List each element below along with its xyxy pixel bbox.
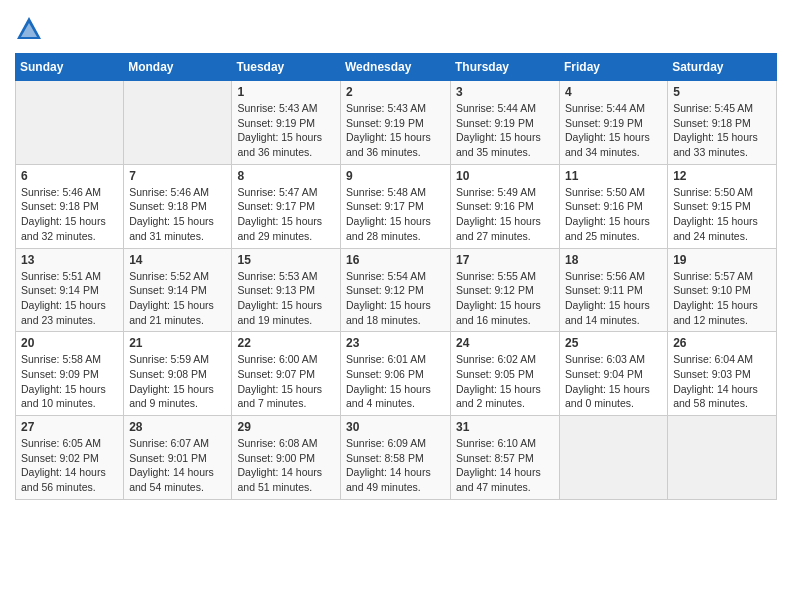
day-detail: Sunrise: 5:50 AMSunset: 9:16 PMDaylight:… [565, 185, 662, 244]
day-detail: Sunrise: 6:04 AMSunset: 9:03 PMDaylight:… [673, 352, 771, 411]
day-number: 17 [456, 253, 554, 267]
day-detail: Sunrise: 6:10 AMSunset: 8:57 PMDaylight:… [456, 436, 554, 495]
day-detail: Sunrise: 5:44 AMSunset: 9:19 PMDaylight:… [565, 101, 662, 160]
day-number: 14 [129, 253, 226, 267]
calendar-cell: 13Sunrise: 5:51 AMSunset: 9:14 PMDayligh… [16, 248, 124, 332]
day-number: 23 [346, 336, 445, 350]
logo-icon [15, 15, 43, 43]
day-detail: Sunrise: 5:58 AMSunset: 9:09 PMDaylight:… [21, 352, 118, 411]
calendar-cell: 12Sunrise: 5:50 AMSunset: 9:15 PMDayligh… [668, 164, 777, 248]
calendar-cell: 27Sunrise: 6:05 AMSunset: 9:02 PMDayligh… [16, 416, 124, 500]
day-number: 13 [21, 253, 118, 267]
calendar-cell: 14Sunrise: 5:52 AMSunset: 9:14 PMDayligh… [124, 248, 232, 332]
day-number: 19 [673, 253, 771, 267]
day-number: 11 [565, 169, 662, 183]
calendar-cell: 29Sunrise: 6:08 AMSunset: 9:00 PMDayligh… [232, 416, 341, 500]
calendar-table: SundayMondayTuesdayWednesdayThursdayFrid… [15, 53, 777, 500]
calendar-cell: 3Sunrise: 5:44 AMSunset: 9:19 PMDaylight… [451, 81, 560, 165]
day-detail: Sunrise: 6:05 AMSunset: 9:02 PMDaylight:… [21, 436, 118, 495]
day-number: 20 [21, 336, 118, 350]
day-number: 21 [129, 336, 226, 350]
calendar-cell: 4Sunrise: 5:44 AMSunset: 9:19 PMDaylight… [560, 81, 668, 165]
day-number: 4 [565, 85, 662, 99]
day-number: 6 [21, 169, 118, 183]
day-number: 3 [456, 85, 554, 99]
calendar-header: SundayMondayTuesdayWednesdayThursdayFrid… [16, 54, 777, 81]
day-number: 7 [129, 169, 226, 183]
day-number: 24 [456, 336, 554, 350]
day-detail: Sunrise: 6:02 AMSunset: 9:05 PMDaylight:… [456, 352, 554, 411]
day-number: 8 [237, 169, 335, 183]
calendar-cell: 11Sunrise: 5:50 AMSunset: 9:16 PMDayligh… [560, 164, 668, 248]
calendar-cell: 28Sunrise: 6:07 AMSunset: 9:01 PMDayligh… [124, 416, 232, 500]
calendar-cell: 6Sunrise: 5:46 AMSunset: 9:18 PMDaylight… [16, 164, 124, 248]
day-detail: Sunrise: 5:53 AMSunset: 9:13 PMDaylight:… [237, 269, 335, 328]
calendar-cell: 26Sunrise: 6:04 AMSunset: 9:03 PMDayligh… [668, 332, 777, 416]
day-detail: Sunrise: 5:52 AMSunset: 9:14 PMDaylight:… [129, 269, 226, 328]
day-detail: Sunrise: 5:46 AMSunset: 9:18 PMDaylight:… [129, 185, 226, 244]
day-detail: Sunrise: 5:43 AMSunset: 9:19 PMDaylight:… [237, 101, 335, 160]
calendar-cell: 1Sunrise: 5:43 AMSunset: 9:19 PMDaylight… [232, 81, 341, 165]
calendar-cell: 16Sunrise: 5:54 AMSunset: 9:12 PMDayligh… [341, 248, 451, 332]
logo [15, 15, 47, 43]
weekday-header-friday: Friday [560, 54, 668, 81]
weekday-header-sunday: Sunday [16, 54, 124, 81]
day-number: 10 [456, 169, 554, 183]
day-number: 29 [237, 420, 335, 434]
day-number: 1 [237, 85, 335, 99]
day-number: 22 [237, 336, 335, 350]
calendar-body: 1Sunrise: 5:43 AMSunset: 9:19 PMDaylight… [16, 81, 777, 500]
day-detail: Sunrise: 5:49 AMSunset: 9:16 PMDaylight:… [456, 185, 554, 244]
calendar-cell: 18Sunrise: 5:56 AMSunset: 9:11 PMDayligh… [560, 248, 668, 332]
calendar-cell [124, 81, 232, 165]
calendar-cell: 22Sunrise: 6:00 AMSunset: 9:07 PMDayligh… [232, 332, 341, 416]
calendar-cell: 24Sunrise: 6:02 AMSunset: 9:05 PMDayligh… [451, 332, 560, 416]
calendar-week-5: 27Sunrise: 6:05 AMSunset: 9:02 PMDayligh… [16, 416, 777, 500]
day-detail: Sunrise: 5:56 AMSunset: 9:11 PMDaylight:… [565, 269, 662, 328]
calendar-cell: 23Sunrise: 6:01 AMSunset: 9:06 PMDayligh… [341, 332, 451, 416]
day-detail: Sunrise: 5:45 AMSunset: 9:18 PMDaylight:… [673, 101, 771, 160]
day-detail: Sunrise: 5:55 AMSunset: 9:12 PMDaylight:… [456, 269, 554, 328]
day-number: 30 [346, 420, 445, 434]
weekday-header-monday: Monday [124, 54, 232, 81]
calendar-cell: 5Sunrise: 5:45 AMSunset: 9:18 PMDaylight… [668, 81, 777, 165]
calendar-cell: 8Sunrise: 5:47 AMSunset: 9:17 PMDaylight… [232, 164, 341, 248]
day-detail: Sunrise: 6:09 AMSunset: 8:58 PMDaylight:… [346, 436, 445, 495]
day-number: 31 [456, 420, 554, 434]
day-detail: Sunrise: 5:47 AMSunset: 9:17 PMDaylight:… [237, 185, 335, 244]
calendar-cell [668, 416, 777, 500]
calendar-cell: 17Sunrise: 5:55 AMSunset: 9:12 PMDayligh… [451, 248, 560, 332]
day-number: 25 [565, 336, 662, 350]
day-number: 2 [346, 85, 445, 99]
day-detail: Sunrise: 5:51 AMSunset: 9:14 PMDaylight:… [21, 269, 118, 328]
day-detail: Sunrise: 6:03 AMSunset: 9:04 PMDaylight:… [565, 352, 662, 411]
calendar-cell: 21Sunrise: 5:59 AMSunset: 9:08 PMDayligh… [124, 332, 232, 416]
calendar-cell: 9Sunrise: 5:48 AMSunset: 9:17 PMDaylight… [341, 164, 451, 248]
day-number: 12 [673, 169, 771, 183]
calendar-cell: 31Sunrise: 6:10 AMSunset: 8:57 PMDayligh… [451, 416, 560, 500]
calendar-week-1: 1Sunrise: 5:43 AMSunset: 9:19 PMDaylight… [16, 81, 777, 165]
day-number: 9 [346, 169, 445, 183]
day-number: 26 [673, 336, 771, 350]
day-number: 16 [346, 253, 445, 267]
day-detail: Sunrise: 6:08 AMSunset: 9:00 PMDaylight:… [237, 436, 335, 495]
calendar-cell [560, 416, 668, 500]
day-number: 27 [21, 420, 118, 434]
calendar-cell: 30Sunrise: 6:09 AMSunset: 8:58 PMDayligh… [341, 416, 451, 500]
calendar-cell: 20Sunrise: 5:58 AMSunset: 9:09 PMDayligh… [16, 332, 124, 416]
day-number: 18 [565, 253, 662, 267]
calendar-cell: 15Sunrise: 5:53 AMSunset: 9:13 PMDayligh… [232, 248, 341, 332]
day-number: 15 [237, 253, 335, 267]
day-number: 5 [673, 85, 771, 99]
calendar-cell [16, 81, 124, 165]
calendar-cell: 7Sunrise: 5:46 AMSunset: 9:18 PMDaylight… [124, 164, 232, 248]
calendar-week-3: 13Sunrise: 5:51 AMSunset: 9:14 PMDayligh… [16, 248, 777, 332]
day-detail: Sunrise: 5:44 AMSunset: 9:19 PMDaylight:… [456, 101, 554, 160]
day-detail: Sunrise: 5:57 AMSunset: 9:10 PMDaylight:… [673, 269, 771, 328]
page-header [15, 15, 777, 43]
day-detail: Sunrise: 6:00 AMSunset: 9:07 PMDaylight:… [237, 352, 335, 411]
day-detail: Sunrise: 6:01 AMSunset: 9:06 PMDaylight:… [346, 352, 445, 411]
day-detail: Sunrise: 5:50 AMSunset: 9:15 PMDaylight:… [673, 185, 771, 244]
weekday-header-thursday: Thursday [451, 54, 560, 81]
day-detail: Sunrise: 5:59 AMSunset: 9:08 PMDaylight:… [129, 352, 226, 411]
